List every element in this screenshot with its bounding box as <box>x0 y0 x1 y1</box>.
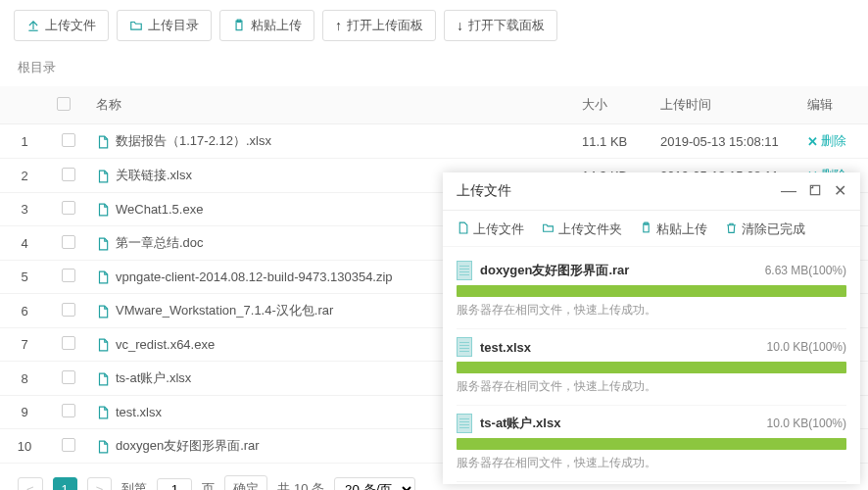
row-index: 3 <box>0 193 49 226</box>
delete-link[interactable]: ✕删除 <box>807 132 846 150</box>
tab-upload-folder[interactable]: 上传文件夹 <box>542 220 622 238</box>
total-label: 共 10 条 <box>277 480 324 490</box>
upload-list[interactable]: doxygen友好图形界面.rar6.63 MB(100%)服务器存在相同文件，… <box>443 247 860 484</box>
clipboard-icon <box>232 19 246 32</box>
row-checkbox-cell <box>49 193 88 226</box>
row-checkbox-cell <box>49 226 88 261</box>
breadcrumb[interactable]: 根目录 <box>0 51 868 86</box>
upload-item: ts-at账户.xlsx10.0 KB(100%)服务器存在相同文件，快速上传成… <box>457 406 846 482</box>
upload-filename: ts-at账户.xlsx <box>480 415 759 432</box>
upload-filename: test.xlsx <box>480 340 759 355</box>
file-icon <box>96 270 110 284</box>
col-index <box>0 86 49 124</box>
file-icon <box>457 337 472 357</box>
go-page-button[interactable]: 确定 <box>224 475 267 490</box>
col-checkbox <box>49 86 88 124</box>
row-index: 10 <box>0 429 49 464</box>
arrow-up-icon: ↑ <box>335 18 342 33</box>
upload-message: 服务器存在相同文件，快速上传成功。 <box>457 302 846 318</box>
page-input[interactable] <box>157 478 192 491</box>
upload-filename: doxygen友好图形界面.rar <box>480 262 757 279</box>
upload-panel-header: 上传文件 — ✕ <box>443 172 860 211</box>
progress-bar <box>457 438 846 450</box>
file-icon <box>96 170 110 183</box>
row-checkbox[interactable] <box>62 235 75 249</box>
row-checkbox[interactable] <box>62 303 75 317</box>
file-icon <box>96 406 110 419</box>
folder-icon <box>542 221 555 237</box>
folder-icon <box>129 19 143 32</box>
open-download-panel-button[interactable]: ↓ 打开下载面板 <box>444 10 557 41</box>
upload-icon <box>26 19 40 32</box>
open-upload-panel-button[interactable]: ↑ 打开上传面板 <box>322 10 436 41</box>
row-checkbox-cell <box>49 429 88 464</box>
row-checkbox-cell <box>49 362 88 396</box>
paste-upload-label: 粘贴上传 <box>251 17 302 34</box>
row-checkbox-cell <box>49 159 88 193</box>
file-icon <box>96 203 110 217</box>
svg-rect-2 <box>810 185 819 194</box>
tab-paste-upload[interactable]: 粘贴上传 <box>640 220 707 238</box>
tab-upload-file[interactable]: 上传文件 <box>457 220 524 238</box>
upload-size: 10.0 KB(100%) <box>767 340 846 354</box>
file-icon <box>96 440 110 454</box>
upload-item: vc_redist.x64.exe13.8 MB(100%)服务器存在相同文件，… <box>457 482 846 484</box>
progress-bar <box>457 285 846 297</box>
prev-page-button[interactable]: < <box>18 477 43 491</box>
minimize-icon[interactable]: — <box>781 183 796 199</box>
tab-clear-done[interactable]: 清除已完成 <box>725 220 805 238</box>
file-icon <box>457 261 472 280</box>
row-index: 6 <box>0 294 49 328</box>
row-checkbox[interactable] <box>62 404 75 417</box>
row-checkbox-cell <box>49 261 88 294</box>
row-checkbox[interactable] <box>62 201 75 215</box>
paste-upload-button[interactable]: 粘贴上传 <box>219 10 314 41</box>
upload-item: doxygen友好图形界面.rar6.63 MB(100%)服务器存在相同文件，… <box>457 253 846 329</box>
row-index: 7 <box>0 328 49 362</box>
col-name[interactable]: 名称 <box>88 86 574 124</box>
file-icon <box>96 372 110 386</box>
row-edit: ✕删除 <box>799 124 868 159</box>
file-icon <box>96 338 110 352</box>
upload-message: 服务器存在相同文件，快速上传成功。 <box>457 378 846 395</box>
file-icon <box>96 135 110 149</box>
checkbox-all[interactable] <box>57 97 71 111</box>
row-checkbox[interactable] <box>62 336 75 350</box>
row-checkbox-cell <box>49 294 88 328</box>
file-icon <box>457 414 472 433</box>
row-checkbox-cell <box>49 328 88 362</box>
file-icon <box>96 305 110 318</box>
col-time[interactable]: 上传时间 <box>652 86 799 124</box>
row-name[interactable]: 数据报告（1.17-2.12）.xlsx <box>88 124 574 159</box>
row-checkbox[interactable] <box>62 269 75 282</box>
page-1-button[interactable]: 1 <box>53 477 77 491</box>
x-icon: ✕ <box>807 134 818 149</box>
close-icon[interactable]: ✕ <box>834 183 846 199</box>
row-index: 4 <box>0 226 49 261</box>
upload-dir-label: 上传目录 <box>148 17 199 34</box>
arrow-down-icon: ↓ <box>457 18 463 33</box>
file-icon <box>96 237 110 251</box>
row-checkbox-cell <box>49 396 88 429</box>
upload-file-button[interactable]: 上传文件 <box>14 10 109 41</box>
row-index: 5 <box>0 261 49 294</box>
page-size-select[interactable]: 20 条/页 <box>334 477 415 491</box>
row-checkbox[interactable] <box>62 370 75 384</box>
col-size[interactable]: 大小 <box>574 86 652 124</box>
file-icon <box>457 221 469 237</box>
upload-panel-title: 上传文件 <box>457 182 511 200</box>
upload-size: 6.63 MB(100%) <box>765 264 846 277</box>
row-size: 11.1 KB <box>574 124 652 159</box>
toolbar: 上传文件 上传目录 粘贴上传 ↑ 打开上传面板 ↓ 打开下载面板 <box>0 0 868 51</box>
row-checkbox[interactable] <box>62 438 75 452</box>
expand-icon[interactable] <box>808 183 822 199</box>
table-row[interactable]: 1数据报告（1.17-2.12）.xlsx11.1 KB2019-05-13 1… <box>0 124 868 159</box>
upload-item: test.xlsx10.0 KB(100%)服务器存在相同文件，快速上传成功。 <box>457 329 846 406</box>
row-time: 2019-05-13 15:08:11 <box>652 124 799 159</box>
upload-dir-button[interactable]: 上传目录 <box>117 10 212 41</box>
col-edit: 编辑 <box>799 86 868 124</box>
upload-tabs: 上传文件 上传文件夹 粘贴上传 清除已完成 <box>443 211 860 247</box>
row-checkbox[interactable] <box>62 168 75 181</box>
next-page-button[interactable]: > <box>87 477 113 491</box>
row-checkbox[interactable] <box>62 133 75 147</box>
